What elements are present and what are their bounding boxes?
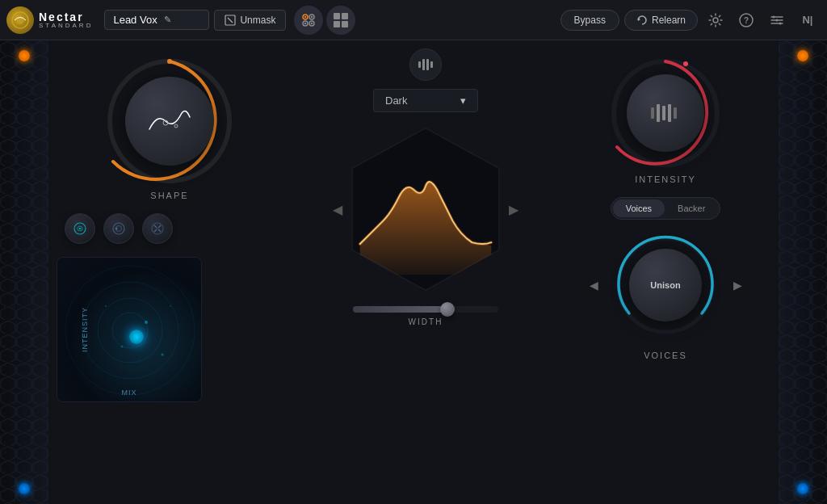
svg-point-20 bbox=[773, 15, 775, 18]
svg-point-31 bbox=[79, 228, 81, 229]
small-btn-1[interactable] bbox=[65, 213, 95, 244]
shape-label: SHAPE bbox=[150, 191, 188, 200]
svg-point-41 bbox=[98, 298, 162, 363]
svg-point-40 bbox=[82, 282, 178, 379]
main-area: SHAPE bbox=[0, 40, 827, 504]
svg-rect-60 bbox=[674, 107, 677, 119]
app-name: Nectar bbox=[39, 11, 93, 23]
svg-point-21 bbox=[776, 19, 779, 21]
indicator-bottom-right bbox=[797, 483, 808, 494]
voices-row: ◀ Unison ▶ bbox=[584, 233, 747, 338]
hex-prev-button[interactable]: ◀ bbox=[333, 202, 342, 217]
width-slider-fill bbox=[353, 306, 447, 313]
width-area: WIDTH bbox=[337, 306, 514, 326]
unmask-button[interactable]: Unmask bbox=[214, 10, 286, 31]
voices-toggle-btn[interactable]: Voices bbox=[613, 200, 665, 217]
indicator-top-right bbox=[797, 50, 808, 61]
unmask-label: Unmask bbox=[240, 15, 275, 26]
bypass-label: Bypass bbox=[574, 15, 606, 26]
width-slider-thumb[interactable] bbox=[440, 302, 455, 317]
right-side-panel bbox=[779, 40, 827, 504]
voices-value: Unison bbox=[650, 280, 680, 290]
voices-knob[interactable]: Unison bbox=[613, 233, 718, 338]
voices-prev-button[interactable]: ◀ bbox=[584, 275, 603, 295]
small-btn-2-icon bbox=[111, 221, 126, 236]
small-btn-1-icon bbox=[73, 221, 87, 236]
preset-name: Lead Vox bbox=[113, 14, 157, 26]
indicator-bottom-left bbox=[19, 483, 30, 494]
style-dropdown[interactable]: Dark ▾ bbox=[373, 89, 478, 112]
svg-rect-50 bbox=[426, 59, 429, 70]
style-selected: Dark bbox=[385, 94, 407, 107]
small-btn-2[interactable] bbox=[103, 213, 134, 244]
svg-point-34 bbox=[115, 228, 118, 230]
svg-rect-59 bbox=[668, 104, 671, 122]
svg-rect-15 bbox=[342, 21, 348, 27]
svg-point-28 bbox=[174, 124, 178, 128]
logo-area: Nectar STANDARD bbox=[6, 6, 93, 34]
relearn-button[interactable]: Relearn bbox=[624, 10, 698, 31]
edit-icon[interactable]: ✎ bbox=[164, 15, 171, 25]
width-slider[interactable] bbox=[353, 306, 498, 313]
svg-point-8 bbox=[304, 15, 306, 17]
svg-rect-49 bbox=[422, 59, 425, 70]
svg-point-11 bbox=[311, 22, 313, 23]
svg-rect-58 bbox=[662, 106, 665, 120]
ni-logo: N| bbox=[795, 7, 821, 33]
voices-next-button[interactable]: ▶ bbox=[728, 275, 747, 295]
svg-point-38 bbox=[156, 227, 159, 230]
shape-knob-inner bbox=[125, 77, 214, 166]
center-section: Dark ▾ bbox=[299, 40, 552, 504]
svg-point-44 bbox=[121, 346, 124, 348]
intensity-knob[interactable] bbox=[609, 57, 722, 170]
svg-point-26 bbox=[167, 59, 172, 64]
relearn-icon bbox=[636, 15, 648, 26]
svg-rect-56 bbox=[651, 107, 654, 119]
intensity-bars-icon bbox=[649, 101, 682, 125]
help-button[interactable]: ? bbox=[733, 7, 759, 33]
svg-rect-12 bbox=[334, 13, 340, 19]
logo-text: Nectar STANDARD bbox=[39, 11, 93, 29]
shape-knob[interactable] bbox=[105, 57, 234, 186]
svg-point-47 bbox=[170, 305, 171, 307]
svg-rect-48 bbox=[418, 61, 421, 68]
voices-backer-toggle: Voices Backer bbox=[611, 197, 721, 220]
svg-marker-16 bbox=[638, 18, 640, 21]
header: Nectar STANDARD Lead Vox ✎ Unmask bbox=[0, 0, 827, 40]
svg-point-46 bbox=[105, 305, 107, 307]
backer-toggle-btn[interactable]: Backer bbox=[665, 200, 718, 217]
bypass-button[interactable]: Bypass bbox=[560, 10, 619, 31]
xy-pad[interactable]: Intensity Mix bbox=[57, 257, 202, 402]
svg-point-45 bbox=[162, 354, 164, 356]
svg-rect-51 bbox=[430, 61, 433, 68]
svg-rect-63 bbox=[779, 40, 827, 504]
center-module-icon[interactable] bbox=[409, 48, 442, 81]
knobs-icon bbox=[300, 11, 317, 29]
shape-wave-icon bbox=[145, 105, 194, 137]
right-honeycomb-bg bbox=[779, 40, 827, 504]
tab-grid[interactable] bbox=[326, 6, 355, 35]
dropdown-chevron: ▾ bbox=[460, 94, 466, 107]
svg-point-43 bbox=[145, 321, 148, 324]
hex-visualization bbox=[337, 116, 514, 302]
midi-button[interactable] bbox=[764, 7, 790, 33]
xy-pad-label-y: Intensity bbox=[81, 307, 89, 352]
intensity-container: INTENSITY bbox=[609, 57, 722, 184]
gear-icon bbox=[708, 13, 723, 27]
bars-icon bbox=[417, 58, 434, 71]
preset-name-area[interactable]: Lead Vox ✎ bbox=[104, 10, 209, 30]
app-subtitle: STANDARD bbox=[39, 23, 93, 29]
intensity-knob-inner bbox=[627, 74, 704, 152]
small-buttons-row bbox=[65, 213, 283, 244]
left-section: SHAPE bbox=[48, 40, 299, 504]
svg-point-17 bbox=[713, 18, 718, 23]
settings-button[interactable] bbox=[703, 7, 728, 33]
svg-point-9 bbox=[311, 15, 313, 17]
tab-area bbox=[294, 6, 355, 35]
hex-container: ◀ ▶ bbox=[337, 120, 514, 298]
xy-pad-dot[interactable] bbox=[129, 330, 144, 344]
content-area: SHAPE bbox=[48, 40, 779, 504]
tab-knobs[interactable] bbox=[294, 6, 323, 35]
small-btn-3[interactable] bbox=[142, 213, 173, 244]
hex-next-button[interactable]: ▶ bbox=[509, 202, 518, 217]
